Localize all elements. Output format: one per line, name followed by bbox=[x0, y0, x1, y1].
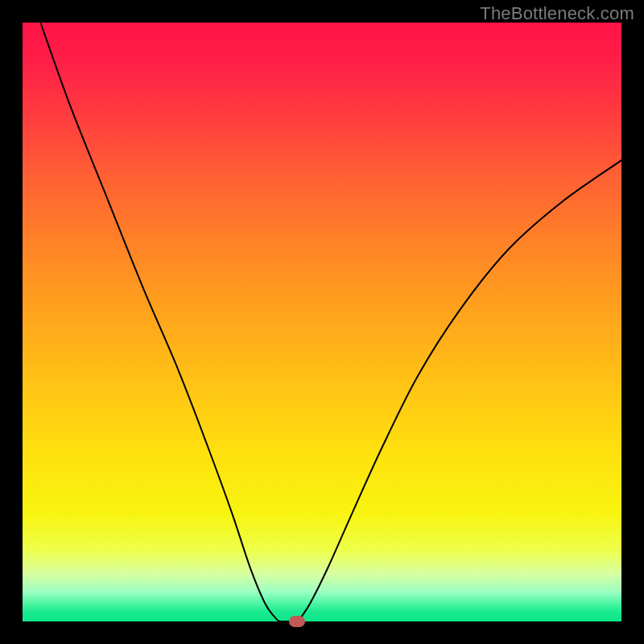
plot-area bbox=[23, 23, 621, 621]
optimal-point-marker bbox=[289, 616, 305, 627]
bottleneck-curve bbox=[23, 23, 621, 621]
chart-frame: TheBottleneck.com bbox=[0, 0, 644, 644]
watermark-text: TheBottleneck.com bbox=[480, 3, 634, 24]
